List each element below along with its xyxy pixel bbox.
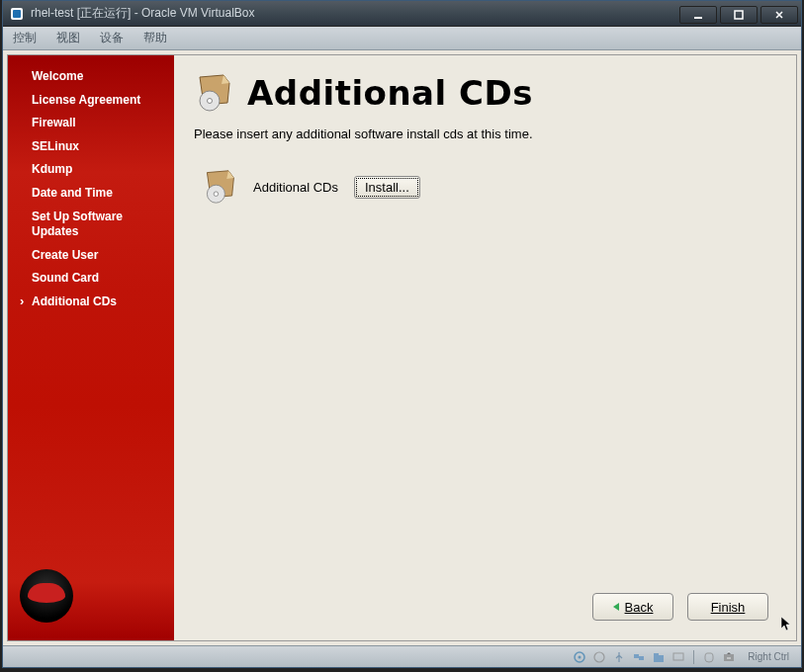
display-icon[interactable] xyxy=(671,650,685,664)
svg-point-10 xyxy=(594,652,604,662)
svg-rect-13 xyxy=(654,655,664,662)
mouse-integration-icon[interactable] xyxy=(702,650,716,664)
page-header: Additional CDs xyxy=(194,73,776,113)
nav-buttons: Back Finish xyxy=(194,585,776,629)
arrow-left-icon xyxy=(613,603,619,611)
sidebar: Welcome License Agreement Firewall SELin… xyxy=(8,55,174,640)
sidebar-item-user[interactable]: Create User xyxy=(20,244,164,268)
minimize-button[interactable] xyxy=(679,6,717,24)
page-description: Please insert any additional software in… xyxy=(194,126,776,141)
sidebar-item-additional-cds[interactable]: Additional CDs xyxy=(20,291,164,314)
hostkey-label: Right Ctrl xyxy=(748,651,789,662)
window-controls xyxy=(679,4,801,24)
finish-button[interactable]: Finish xyxy=(687,593,768,621)
sidebar-item-kdump[interactable]: Kdump xyxy=(20,158,164,182)
client-area: Welcome License Agreement Firewall SELin… xyxy=(3,50,801,645)
sidebar-item-selinux[interactable]: SELinux xyxy=(20,135,164,159)
keyboard-capture-icon[interactable] xyxy=(722,650,736,664)
maximize-button[interactable] xyxy=(720,6,758,24)
firstboot-window: Welcome License Agreement Firewall SELin… xyxy=(7,54,797,641)
svg-rect-1 xyxy=(13,10,21,18)
svg-point-7 xyxy=(214,192,219,197)
sidebar-item-license[interactable]: License Agreement xyxy=(20,89,164,113)
svg-point-5 xyxy=(208,99,213,104)
svg-rect-11 xyxy=(634,654,639,658)
optical-icon[interactable] xyxy=(592,650,606,664)
package-cd-small-icon xyxy=(202,169,237,205)
usb-icon[interactable] xyxy=(612,650,626,664)
back-label: Back xyxy=(625,600,654,615)
main-panel: Additional CDs Please insert any additio… xyxy=(174,55,796,640)
svg-rect-3 xyxy=(735,11,743,19)
sidebar-item-date[interactable]: Date and Time xyxy=(20,182,164,206)
window-title: rhel-test [正在运行] - Oracle VM VirtualBox xyxy=(31,5,679,22)
virtualbox-icon xyxy=(9,6,25,22)
redhat-logo-icon xyxy=(20,569,73,623)
additional-cds-row: Additional CDs Install... xyxy=(202,169,776,205)
sidebar-item-welcome[interactable]: Welcome xyxy=(20,65,164,89)
menubar: 控制 视图 设备 帮助 xyxy=(3,27,801,50)
shared-folder-icon[interactable] xyxy=(652,650,666,664)
virtualbox-window: rhel-test [正在运行] - Oracle VM VirtualBox … xyxy=(2,0,802,668)
menu-help[interactable]: 帮助 xyxy=(134,30,177,46)
svg-point-9 xyxy=(579,655,581,658)
svg-rect-12 xyxy=(639,656,644,660)
install-button[interactable]: Install... xyxy=(354,176,420,199)
menu-view[interactable]: 视图 xyxy=(46,30,90,46)
package-cd-icon xyxy=(194,73,233,113)
page-title: Additional CDs xyxy=(247,73,533,113)
back-button[interactable]: Back xyxy=(592,593,673,621)
finish-label: Finish xyxy=(711,600,746,615)
network-icon[interactable] xyxy=(632,650,646,664)
additional-cds-label: Additional CDs xyxy=(253,180,338,195)
svg-rect-2 xyxy=(694,17,702,19)
sidebar-item-sound[interactable]: Sound Card xyxy=(20,267,164,291)
disk-icon[interactable] xyxy=(573,650,586,664)
svg-rect-15 xyxy=(673,653,683,660)
menu-control[interactable]: 控制 xyxy=(3,30,46,46)
sidebar-item-firewall[interactable]: Firewall xyxy=(20,112,164,135)
statusbar: Right Ctrl xyxy=(3,645,801,667)
menu-devices[interactable]: 设备 xyxy=(90,30,134,46)
close-button[interactable] xyxy=(760,6,798,24)
sidebar-item-updates[interactable]: Set Up Software Updates xyxy=(20,206,164,244)
titlebar: rhel-test [正在运行] - Oracle VM VirtualBox xyxy=(3,1,801,27)
svg-rect-14 xyxy=(654,653,659,656)
